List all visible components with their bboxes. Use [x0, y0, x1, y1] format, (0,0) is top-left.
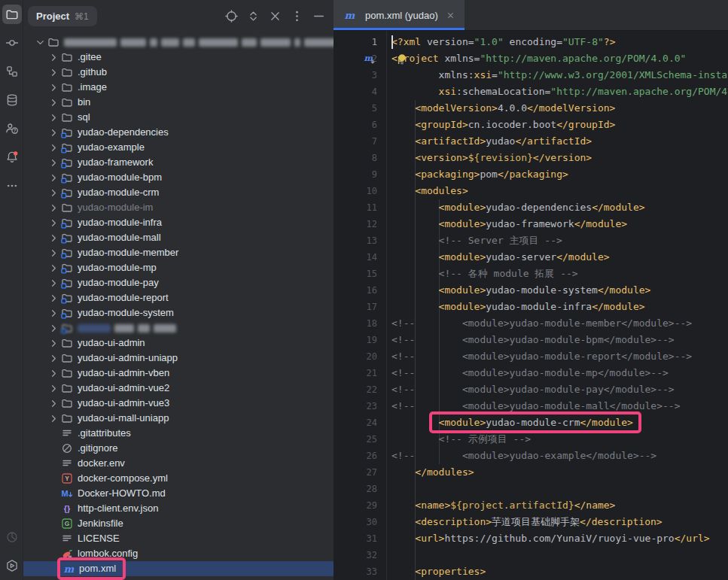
chevron-right-icon[interactable]	[47, 97, 60, 108]
chevron-right-icon[interactable]	[47, 52, 60, 63]
tree-item-yudao-ui-mall-uniapp[interactable]: yudao-ui-mall-uniapp	[23, 411, 334, 426]
chevron-right-icon[interactable]	[47, 232, 60, 244]
code-line-27[interactable]: 27 </modules>	[334, 464, 728, 481]
code-line-31[interactable]: 31 <url>https://github.com/YunaiV/ruoyi-…	[334, 530, 728, 547]
tree-item-yudao-module-im[interactable]: yudao-module-im	[23, 200, 334, 215]
chevron-right-icon[interactable]	[47, 247, 60, 259]
close-tab-icon[interactable]	[446, 11, 455, 20]
tree-item-yudao-module-member[interactable]: yudao-module-member	[23, 245, 334, 260]
tree-item-bin[interactable]: bin	[23, 95, 334, 110]
chevron-right-icon[interactable]	[47, 398, 60, 409]
activity-button-notifications-bell-icon[interactable]	[0, 143, 23, 172]
code-line-28[interactable]: 28	[334, 481, 728, 497]
chevron-right-icon[interactable]	[47, 157, 60, 169]
chevron-right-icon[interactable]	[47, 323, 60, 334]
tree-item-yudao-module-system[interactable]: yudao-module-system	[23, 305, 334, 320]
collapse-all-icon[interactable]	[267, 9, 282, 24]
tree-item-redacted[interactable]	[23, 320, 334, 336]
chevron-right-icon[interactable]	[47, 293, 60, 304]
chevron-right-icon[interactable]	[47, 278, 60, 289]
hide-panel-icon[interactable]	[311, 9, 326, 24]
chevron-right-icon[interactable]	[47, 82, 60, 93]
tree-item-docker.env[interactable]: docker.env	[23, 456, 334, 471]
tree-item-yudao-module-crm[interactable]: yudao-module-crm	[23, 185, 334, 200]
tree-item-yudao-ui-admin-vue2[interactable]: yudao-ui-admin-vue2	[23, 381, 334, 396]
activity-button-database-icon[interactable]	[0, 86, 23, 114]
chevron-right-icon[interactable]	[47, 172, 60, 184]
code-line-22[interactable]: 22<!-- <module>yudao-module-pay</module>…	[334, 381, 728, 398]
code-line-26[interactable]: 26<!-- <module>yudao-example</module>-->	[334, 448, 728, 464]
code-line-8[interactable]: 8 <version>${revision}</version>	[334, 150, 728, 166]
code-line-11[interactable]: 11 <module>yudao-dependencies</module>	[334, 199, 728, 216]
code-line-32[interactable]: 32	[334, 547, 728, 563]
tree-item-.image[interactable]: .image	[23, 80, 334, 95]
code-line-1[interactable]: 1<?xml version="1.0" encoding="UTF-8"?>	[334, 34, 728, 50]
code-line-5[interactable]: 5 <modelVersion>4.0.0</modelVersion>	[334, 100, 728, 117]
activity-button-profiler-pie-icon[interactable]	[0, 523, 23, 551]
code-line-3[interactable]: 3 xmlns:xsi="http://www.w3.org/2001/XMLS…	[334, 67, 728, 84]
tree-item-.github[interactable]: .github	[23, 65, 334, 80]
chevron-right-icon[interactable]	[47, 338, 60, 349]
activity-button-help-people-icon[interactable]: ?	[0, 114, 23, 143]
tree-item-.gitattributes[interactable]: .gitattributes	[23, 426, 334, 441]
tree-item-yudao-module-mp[interactable]: yudao-module-mp	[23, 260, 334, 275]
code-line-2[interactable]: 2<project xmlns="http://maven.apache.org…	[334, 50, 728, 67]
tree-item-yudao-ui-admin[interactable]: yudao-ui-admin	[23, 336, 334, 351]
code-line-14[interactable]: 14 <module>yudao-server</module>	[334, 249, 728, 266]
project-tab-button[interactable]: Project ⌘1	[28, 6, 97, 26]
kebab-menu-icon[interactable]	[289, 9, 304, 24]
code-line-30[interactable]: 30 <description>芋道项目基础脚手架</description>	[334, 514, 728, 530]
activity-button-structure-icon[interactable]	[0, 57, 23, 86]
tree-item-redacted[interactable]	[23, 35, 334, 50]
tree-item-docker-compose.yml[interactable]: Ydocker-compose.yml	[23, 471, 334, 486]
tree-item-yudao-example[interactable]: yudao-example	[23, 140, 334, 155]
code-line-6[interactable]: 6 <groupId>cn.iocoder.boot</groupId>	[334, 117, 728, 133]
chevron-right-icon[interactable]	[47, 127, 60, 138]
code-line-7[interactable]: 7 <artifactId>yudao</artifactId>	[334, 133, 728, 150]
chevron-right-icon[interactable]	[47, 202, 60, 214]
chevron-right-icon[interactable]	[47, 263, 60, 274]
chevron-right-icon[interactable]	[47, 308, 60, 319]
chevron-right-icon[interactable]	[47, 67, 60, 78]
tree-item-yudao-module-report[interactable]: yudao-module-report	[23, 290, 334, 305]
chevron-right-icon[interactable]	[47, 187, 60, 199]
tree-item-yudao-module-mall[interactable]: yudao-module-mall	[23, 230, 334, 245]
activity-button-commit-icon[interactable]	[0, 29, 23, 57]
tree-item-yudao-module-bpm[interactable]: yudao-module-bpm	[23, 170, 334, 185]
tree-item-pom.xml[interactable]: mpom.xml	[23, 561, 334, 576]
code-line-19[interactable]: 19<!-- <module>yudao-module-bpm</module>…	[334, 332, 728, 348]
code-line-12[interactable]: 12 <module>yudao-framework</module>	[334, 216, 728, 232]
code-line-4[interactable]: 4 xsi:schemaLocation="http://maven.apach…	[334, 84, 728, 100]
tree-item-yudao-ui-admin-vben[interactable]: yudao-ui-admin-vben	[23, 366, 334, 381]
activity-button-services-play-icon[interactable]	[0, 551, 23, 580]
activity-button-more-ellipsis-icon[interactable]	[0, 172, 23, 200]
tree-item-.gitignore[interactable]: .gitignore	[23, 441, 334, 456]
tree-item-.gitee[interactable]: .gitee	[23, 50, 334, 65]
chevron-right-icon[interactable]	[47, 142, 60, 153]
code-line-20[interactable]: 20<!-- <module>yudao-module-report</modu…	[334, 348, 728, 365]
chevron-right-icon[interactable]	[47, 217, 60, 229]
chevron-down-icon[interactable]	[33, 37, 47, 48]
code-line-16[interactable]: 16 <module>yudao-module-system</module>	[334, 282, 728, 299]
tree-item-yudao-ui-admin-uniapp[interactable]: yudao-ui-admin-uniapp	[23, 351, 334, 366]
tree-item-LICENSE[interactable]: LICENSE	[23, 531, 334, 546]
code-line-25[interactable]: 25 <!-- 示例项目 -->	[334, 431, 728, 448]
code-line-15[interactable]: 15 <!-- 各种 module 拓展 -->	[334, 266, 728, 282]
chevron-right-icon[interactable]	[47, 383, 60, 394]
tree-item-yudao-module-infra[interactable]: yudao-module-infra	[23, 215, 334, 230]
code-line-17[interactable]: 17 <module>yudao-module-infra</module>	[334, 299, 728, 315]
code-line-13[interactable]: 13 <!-- Server 主项目 -->	[334, 232, 728, 249]
chevron-right-icon[interactable]	[47, 413, 60, 424]
tree-item-sql[interactable]: sql	[23, 110, 334, 125]
tree-item-Docker-HOWTO.md[interactable]: MDocker-HOWTO.md	[23, 486, 334, 501]
chevron-right-icon[interactable]	[47, 112, 60, 123]
expand-icon[interactable]	[245, 9, 260, 24]
code-line-29[interactable]: 29 <name>${project.artifactId}</name>	[334, 497, 728, 514]
chevron-right-icon[interactable]	[47, 353, 60, 364]
code-line-24[interactable]: 24 <module>yudao-module-crm</module>	[334, 415, 728, 431]
code-line-9[interactable]: 9 <packaging>pom</packaging>	[334, 166, 728, 183]
tree-item-http-client.env.json[interactable]: {}http-client.env.json	[23, 501, 334, 516]
code-editor[interactable]: 1<?xml version="1.0" encoding="UTF-8"?>2…	[334, 31, 728, 580]
code-line-33[interactable]: 33 <properties>	[334, 563, 728, 580]
tree-item-Jenkinsfile[interactable]: GJenkinsfile	[23, 516, 334, 531]
